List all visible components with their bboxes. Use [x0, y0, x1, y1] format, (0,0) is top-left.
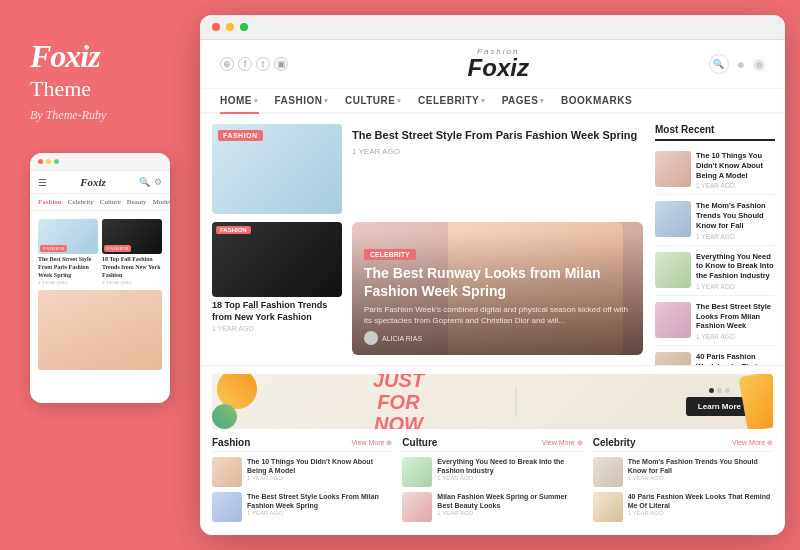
cat-text-fashion-0: The 10 Things You Didn't Know About Bein… — [247, 457, 392, 487]
main-content: FASHION The Best Street Style From Paris… — [200, 114, 785, 365]
cat-article-meta-fashion-0: 1 YEAR AGO — [247, 475, 392, 481]
chrome-dot-green — [240, 23, 248, 31]
theme-label: Theme — [30, 76, 91, 102]
mobile-nav: Fashion Celebrity Culture Beauty Model — [30, 194, 170, 211]
browser-body: ⊕ f t ▣ Fashion Foxiz 🔍 ● ◉ HOME ▾ — [200, 40, 785, 535]
header-search-icon[interactable]: 🔍 — [709, 54, 729, 74]
cat-view-more-fashion[interactable]: View More ⊕ — [351, 439, 392, 447]
header-settings-icon: ◉ — [753, 56, 765, 72]
nav-fashion[interactable]: FASHION ▾ — [275, 95, 329, 106]
sidebar-item-meta-2: 1 YEAR AGO — [696, 283, 775, 290]
category-sections: Fashion View More ⊕ The 10 Things You Di… — [212, 437, 773, 527]
hero-author-name: ALICIA RIAS — [382, 335, 422, 342]
dot-green — [54, 159, 59, 164]
social-icons: ⊕ f t ▣ — [220, 57, 288, 71]
dot-red — [38, 159, 43, 164]
nav-celebrity[interactable]: CELEBRITY ▾ — [418, 95, 486, 106]
cat-article-title-fashion-0: The 10 Things You Didn't Know About Bein… — [247, 457, 392, 475]
left-panel: Foxiz Theme By Theme-Ruby ☰ Foxiz 🔍 ⚙ Fa… — [0, 0, 200, 550]
cat-article-title-celebrity-1: 40 Paris Fashion Week Looks That Remind … — [628, 492, 773, 510]
cat-img-culture-0 — [402, 457, 432, 487]
nav-home[interactable]: HOME ▾ — [220, 95, 259, 106]
featured-article-tag: FASHION — [218, 130, 263, 141]
cat-view-more-celebrity[interactable]: View More ⊕ — [732, 439, 773, 447]
cat-section-fashion: Fashion View More ⊕ The 10 Things You Di… — [212, 437, 392, 527]
nav-culture[interactable]: CULTURE ▾ — [345, 95, 402, 106]
social-globe-icon: ⊕ — [220, 57, 234, 71]
cat-article-meta-celebrity-0: 1 YEAR AGO — [628, 475, 773, 481]
mobile-article-2-title: 18 Top Fall Fashion Trends from New York… — [102, 256, 162, 279]
sidebar-img-2 — [655, 252, 691, 288]
cat-header-culture: Culture View More ⊕ — [402, 437, 582, 452]
site-logo: Fashion Foxiz — [468, 48, 529, 80]
sidebar-item-meta-1: 1 YEAR AGO — [696, 233, 775, 240]
mobile-content: FASHION The Best Street Style From Paris… — [30, 211, 170, 374]
cat-article-meta-culture-1: 1 YEAR AGO — [437, 510, 582, 516]
sidebar-text-4: 40 Paris Fashion Week Looks That Remind … — [696, 352, 775, 365]
mobile-nav-beauty: Beauty — [127, 198, 147, 206]
sidebar-title: Most Recent — [655, 124, 775, 141]
cat-article-celebrity-1: 40 Paris Fashion Week Looks That Remind … — [593, 492, 773, 522]
cat-article-title-culture-1: Milan Fashion Week Spring or Summer Best… — [437, 492, 582, 510]
hero-author-avatar — [364, 331, 378, 345]
sidebar-item-meta-3: 1 YEAR AGO — [696, 333, 775, 340]
sidebar-item-title-3: The Best Street Style Looks From Milan F… — [696, 302, 775, 331]
featured-article: FASHION The Best Street Style From Paris… — [212, 124, 643, 214]
article2-tag: FASHION — [216, 226, 251, 234]
mobile-nav-fashion: Fashion — [38, 198, 62, 206]
featured-article-title: The Best Street Style From Paris Fashion… — [352, 128, 637, 143]
cat-article-title-celebrity-0: The Mom's Fashion Trends You Should Know… — [628, 457, 773, 475]
sidebar-text-1: The Mom's Fashion Trends You Should Know… — [696, 201, 775, 239]
mobile-article-2-img: FASHION — [102, 219, 162, 254]
brand-name-text: Foxiz — [30, 38, 100, 74]
nav-pages[interactable]: PAGES ▾ — [502, 95, 545, 106]
site-header-right: 🔍 ● ◉ — [709, 54, 765, 74]
browser-chrome — [200, 15, 785, 40]
site-header: ⊕ f t ▣ Fashion Foxiz 🔍 ● ◉ — [200, 40, 785, 89]
cat-img-culture-1 — [402, 492, 432, 522]
hero-title: The Best Runway Looks from Milan Fashion… — [364, 264, 631, 300]
cat-text-celebrity-0: The Mom's Fashion Trends You Should Know… — [628, 457, 773, 487]
sidebar-item-meta-0: 1 YEAR AGO — [696, 182, 775, 189]
sidebar-item-title-2: Everything You Need to Know to Break Int… — [696, 252, 775, 281]
site-logo-name: Foxiz — [468, 54, 529, 81]
cat-title-celebrity: Celebrity — [593, 437, 636, 448]
cat-img-fashion-1 — [212, 492, 242, 522]
cat-section-culture: Culture View More ⊕ Everything You Need … — [402, 437, 582, 527]
mobile-article-2-tag: FASHION — [104, 245, 131, 252]
featured-article-img: FASHION — [212, 124, 342, 214]
nav-celebrity-chevron: ▾ — [481, 97, 486, 105]
social-twitter-icon: t — [256, 57, 270, 71]
browser-mockup: ⊕ f t ▣ Fashion Foxiz 🔍 ● ◉ HOME ▾ — [200, 15, 785, 535]
article2-title: 18 Top Fall Fashion Trends from New York… — [212, 300, 342, 323]
sidebar-item-4: 40 Paris Fashion Week Looks That Remind … — [655, 352, 775, 365]
cat-text-celebrity-1: 40 Paris Fashion Week Looks That Remind … — [628, 492, 773, 522]
cat-article-fashion-0: The 10 Things You Didn't Know About Bein… — [212, 457, 392, 487]
hero-tag: CELEBRITY — [364, 249, 416, 260]
right-sidebar: Most Recent The 10 Things You Didn't Kno… — [655, 114, 785, 365]
mobile-top-bar — [30, 153, 170, 171]
cat-article-culture-1: Milan Fashion Week Spring or Summer Best… — [402, 492, 582, 522]
cat-article-meta-fashion-1: 1 YEAR AGO — [247, 510, 392, 516]
hero-left-col: FASHION 18 Top Fall Fashion Trends from … — [212, 222, 342, 355]
cat-title-fashion: Fashion — [212, 437, 250, 448]
cat-text-culture-1: Milan Fashion Week Spring or Summer Best… — [437, 492, 582, 522]
nav-bookmarks[interactable]: BOOKMARKS — [561, 95, 632, 106]
mobile-search-icon: 🔍 — [139, 177, 150, 187]
cat-text-culture-0: Everything You Need to Break Into the Fa… — [437, 457, 582, 487]
brand-logo: Foxiz — [30, 40, 100, 72]
dot-yellow — [46, 159, 51, 164]
site-nav: HOME ▾ FASHION ▾ CULTURE ▾ CELEBRITY ▾ P… — [200, 89, 785, 114]
hero-main: CELEBRITY The Best Runway Looks from Mil… — [352, 222, 643, 355]
cat-title-culture: Culture — [402, 437, 437, 448]
mobile-nav-model: Model — [153, 198, 170, 206]
nav-fashion-chevron: ▾ — [324, 97, 329, 105]
nav-home-chevron: ▾ — [254, 97, 259, 105]
cat-article-meta-culture-0: 1 YEAR AGO — [437, 475, 582, 481]
sidebar-item-0: The 10 Things You Didn't Know About Bein… — [655, 151, 775, 195]
mobile-header: ☰ Foxiz 🔍 ⚙ — [30, 171, 170, 194]
hero-overlay: CELEBRITY The Best Runway Looks from Mil… — [352, 233, 643, 355]
cat-section-celebrity: Celebrity View More ⊕ The Mom's Fashion … — [593, 437, 773, 527]
cat-view-more-culture[interactable]: View More ⊕ — [542, 439, 583, 447]
mobile-article-1: FASHION The Best Street Style From Paris… — [38, 219, 98, 285]
